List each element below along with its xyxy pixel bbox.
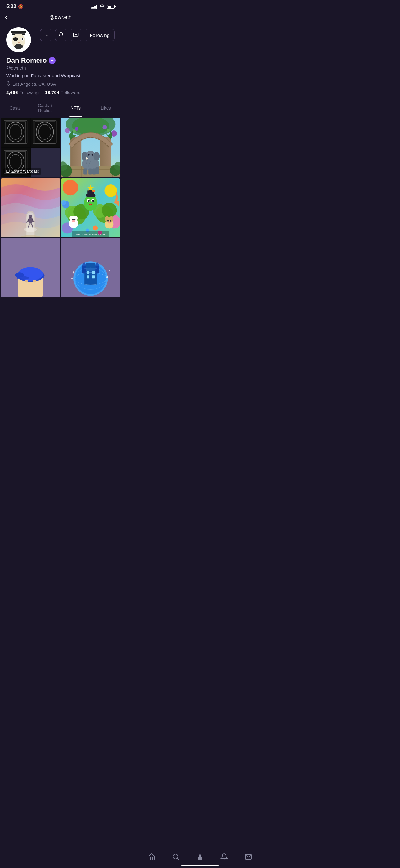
mail-icon <box>73 32 79 38</box>
svg-line-12 <box>63 33 63 33</box>
svg-point-14 <box>8 83 9 84</box>
svg-point-123 <box>25 280 28 282</box>
svg-rect-133 <box>87 275 89 278</box>
svg-point-8 <box>22 38 23 40</box>
nft-item-2[interactable] <box>61 118 120 177</box>
svg-point-9 <box>18 41 20 43</box>
bell-muted-icon: 🔕 <box>18 4 23 9</box>
svg-point-88 <box>92 190 95 192</box>
svg-point-54 <box>93 152 100 160</box>
svg-point-107 <box>93 225 98 230</box>
more-icon: ··· <box>44 33 48 37</box>
following-button[interactable]: Following <box>85 29 115 41</box>
status-left: 5:22 🔕 <box>6 4 23 9</box>
location-text: Los Angeles, CA, USA <box>12 82 56 87</box>
svg-point-141 <box>72 271 74 273</box>
tab-likes[interactable]: Likes <box>91 99 121 117</box>
more-button[interactable]: ··· <box>40 29 53 41</box>
svg-rect-1 <box>11 31 26 33</box>
wifi-icon <box>99 4 105 9</box>
nft-grid: Zora x Warpcast <box>0 117 121 298</box>
svg-point-37 <box>102 125 107 129</box>
profile-name: Dan Romero <box>6 57 47 65</box>
back-button[interactable]: ‹ <box>5 13 7 22</box>
svg-rect-136 <box>95 266 99 273</box>
svg-point-104 <box>107 220 108 221</box>
tab-casts-replies[interactable]: Casts + Replies <box>30 99 61 117</box>
svg-point-60 <box>92 154 93 156</box>
svg-point-75 <box>104 184 117 197</box>
svg-point-35 <box>65 128 70 133</box>
message-button[interactable] <box>70 29 82 41</box>
svg-point-83 <box>102 203 116 218</box>
page-header: ‹ @dwr.eth <box>0 11 121 25</box>
svg-point-113 <box>61 200 66 205</box>
verified-badge <box>49 57 56 64</box>
following-label: Following <box>19 90 39 95</box>
svg-point-41 <box>72 129 76 132</box>
status-time: 5:22 <box>6 4 16 9</box>
tab-nfts[interactable]: NFTs <box>61 99 91 117</box>
status-right <box>91 4 115 9</box>
svg-point-122 <box>16 276 29 280</box>
nft-item-3[interactable] <box>1 178 60 238</box>
svg-text:текст кол•горо ф•лия и иппо•: текст кол•горо ф•лия и иппо• <box>76 233 105 236</box>
header-title: @dwr.eth <box>49 14 72 21</box>
notification-button[interactable] <box>55 29 67 41</box>
followers-stat: 18,704 Followers <box>45 90 80 95</box>
profile-top: ··· <box>6 27 115 52</box>
bell-plus-icon <box>58 32 64 38</box>
profile-actions: ··· <box>40 29 115 41</box>
svg-point-92 <box>92 200 94 202</box>
nft-item-5[interactable] <box>1 238 60 298</box>
svg-rect-55 <box>84 168 87 175</box>
svg-point-124 <box>33 280 36 282</box>
svg-point-74 <box>63 180 78 195</box>
svg-rect-56 <box>88 168 92 175</box>
svg-rect-130 <box>86 263 95 268</box>
svg-rect-134 <box>92 275 95 278</box>
following-count: 2,696 <box>6 90 18 95</box>
nft-item-4[interactable]: текст кол•горо ф•лия и иппо• <box>61 178 120 238</box>
svg-rect-128 <box>84 269 97 285</box>
svg-rect-58 <box>95 167 99 174</box>
svg-point-91 <box>88 200 90 202</box>
svg-point-72 <box>24 227 37 232</box>
svg-point-42 <box>107 129 110 132</box>
profile-stats: 2,696 Following 18,704 Followers <box>6 90 115 95</box>
nft-label-1: Zora x Warpcast <box>3 168 41 175</box>
nft-item-6[interactable] <box>61 238 120 298</box>
signal-icon <box>91 5 97 9</box>
followers-count: 18,704 <box>45 90 59 95</box>
profile-handle: @dwr.eth <box>6 65 115 70</box>
avatar <box>6 27 31 52</box>
svg-rect-135 <box>82 266 86 273</box>
profile-location: Los Angeles, CA, USA <box>6 81 115 87</box>
status-bar: 5:22 🔕 <box>0 0 121 11</box>
battery-icon <box>107 5 115 9</box>
svg-point-105 <box>109 220 111 221</box>
location-icon <box>6 81 10 87</box>
svg-point-10 <box>14 44 23 49</box>
folder-icon <box>6 169 10 174</box>
tabs-bar: Casts Casts + Replies NFTs Likes <box>0 99 121 117</box>
svg-point-99 <box>72 220 75 222</box>
svg-point-59 <box>88 154 89 156</box>
profile-section: ··· <box>0 25 121 95</box>
svg-point-142 <box>108 270 110 271</box>
profile-bio: Working on Farcaster and Warpcast. <box>6 72 115 79</box>
nft-item-1[interactable]: Zora x Warpcast <box>1 118 60 177</box>
svg-point-144 <box>71 278 72 279</box>
svg-point-106 <box>108 221 111 223</box>
profile-name-row: Dan Romero <box>6 57 115 65</box>
followers-label: Followers <box>61 90 80 95</box>
tab-casts[interactable]: Casts <box>0 99 30 117</box>
svg-point-143 <box>106 276 108 278</box>
following-stat: 2,696 Following <box>6 90 39 95</box>
svg-point-67 <box>29 215 32 218</box>
